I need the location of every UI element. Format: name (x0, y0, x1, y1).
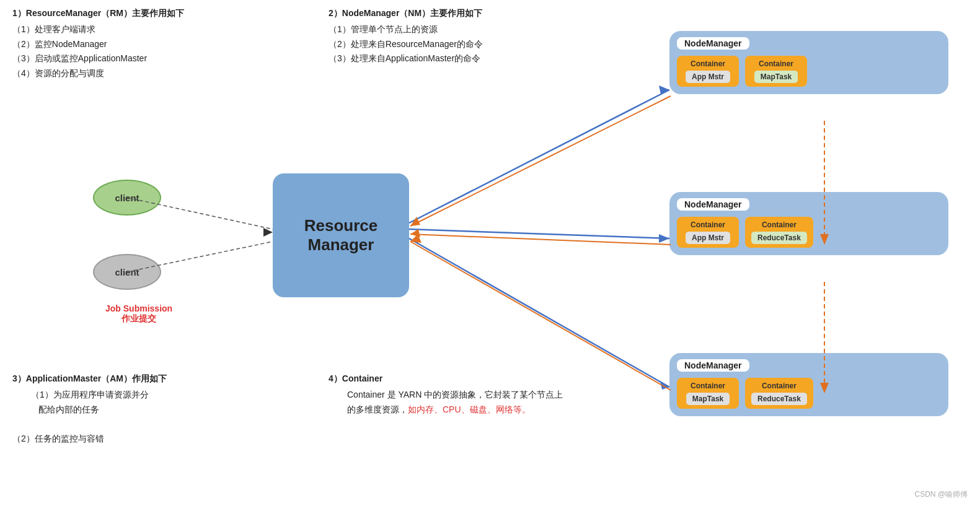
nm3-label: NodeManager (677, 359, 749, 372)
section4-body: Container 是 YARN 中的资源抽象，它封装了某个节点上的多维度资源，… (329, 388, 564, 417)
client2-label: client (115, 267, 139, 277)
nm1-c2-title: Container (759, 59, 793, 68)
nm2-box: NodeManager Container App Mstr Container… (669, 192, 948, 255)
watermark: CSDN @喻师傅 (914, 489, 968, 500)
nm1-label: NodeManager (677, 37, 749, 50)
job-submission-label: Job Submission 作业提交 (105, 303, 172, 325)
svg-marker-2 (263, 228, 273, 237)
section1-title: 1）ResourceManager（RM）主要作用如下 (12, 6, 248, 21)
nm3-c1-title: Container (691, 382, 725, 390)
nm2-container2: Container ReduceTask (745, 217, 813, 248)
section1: 1）ResourceManager（RM）主要作用如下 （1）处理客户端请求 （… (12, 6, 248, 81)
nm1-container2: Container MapTask (745, 56, 807, 87)
section1-item4: （4）资源的分配与调度 (12, 66, 248, 81)
nm2-label: NodeManager (677, 198, 749, 211)
nm3-containers: Container MapTask Container ReduceTask (677, 378, 941, 409)
section1-item1: （1）处理客户端请求 (12, 22, 248, 37)
svg-marker-4 (659, 85, 669, 94)
svg-marker-12 (410, 229, 420, 237)
section4-title: 4）Container (329, 372, 564, 386)
svg-line-7 (409, 238, 669, 387)
svg-line-5 (409, 229, 669, 238)
nm2-c2-title: Container (762, 220, 797, 229)
nm1-box: NodeManager Container App Mstr Container… (669, 31, 948, 94)
rm-line2: Manager (304, 235, 378, 255)
client1-ellipse: client (93, 180, 161, 216)
nm3-container1: Container MapTask (677, 378, 739, 409)
section2-item2: （2）处理来自ResourceManager的命令 (329, 37, 589, 52)
nm2-container1: Container App Mstr (677, 217, 739, 248)
section4-body-red: 如内存、CPU、磁盘、网络等。 (408, 404, 531, 414)
section2-item3: （3）处理来自ApplicationMaster的命令 (329, 51, 589, 66)
nm1-c1-title: Container (691, 59, 725, 68)
job-submission-en: Job Submission (105, 303, 172, 313)
nm3-c2-inner: ReduceTask (751, 393, 807, 405)
nm3-c2-title: Container (762, 382, 797, 390)
section3: 3）ApplicationMaster（AM）作用如下 （1）为应用程序申请资源… (12, 372, 248, 447)
section4: 4）Container Container 是 YARN 中的资源抽象，它封装了… (329, 372, 564, 417)
svg-marker-10 (410, 217, 420, 226)
section2-title: 2）NodeManager（NM）主要作用如下 (329, 6, 589, 21)
rm-label: Resource Manager (304, 216, 378, 255)
svg-line-11 (410, 234, 671, 245)
nm3-box: NodeManager Container MapTask Container … (669, 353, 948, 416)
section3-title: 3）ApplicationMaster（AM）作用如下 (12, 372, 248, 386)
section3-item1: （1）为应用程序申请资源并分 配给内部的任务 (12, 388, 248, 417)
nm3-container2: Container ReduceTask (745, 378, 813, 409)
nm1-c1-inner: App Mstr (686, 71, 730, 83)
section1-item2: （2）监控NodeManager (12, 37, 248, 52)
section2: 2）NodeManager（NM）主要作用如下 （1）管理单个节点上的资源 （2… (329, 6, 589, 66)
client1-label: client (115, 193, 139, 203)
nm2-containers: Container App Mstr Container ReduceTask (677, 217, 941, 248)
nm1-c2-inner: MapTask (754, 71, 798, 83)
svg-marker-8 (660, 381, 669, 390)
nm1-containers: Container App Mstr Container MapTask (677, 56, 941, 87)
nm2-c2-inner: ReduceTask (751, 232, 807, 244)
section2-item1: （1）管理单个节点上的资源 (329, 22, 589, 37)
diagram-container: 1）ResourceManager（RM）主要作用如下 （1）处理客户端请求 （… (0, 0, 980, 506)
nm1-container1: Container App Mstr (677, 56, 739, 87)
svg-line-13 (410, 242, 671, 390)
client2-ellipse: client (93, 254, 161, 290)
section3-item2: （2）任务的监控与容错 (12, 432, 248, 447)
nm2-c1-title: Container (691, 220, 725, 229)
nm2-c1-inner: App Mstr (686, 232, 730, 244)
resource-manager-box: Resource Manager (273, 173, 409, 297)
svg-line-3 (409, 90, 669, 223)
nm3-c1-inner: MapTask (686, 393, 730, 405)
section1-item3: （3）启动或监控ApplicationMaster (12, 51, 248, 66)
job-submission-zh: 作业提交 (105, 313, 172, 325)
svg-line-9 (410, 96, 671, 226)
rm-line1: Resource (304, 216, 378, 235)
svg-marker-14 (410, 234, 422, 243)
svg-marker-6 (659, 234, 669, 243)
